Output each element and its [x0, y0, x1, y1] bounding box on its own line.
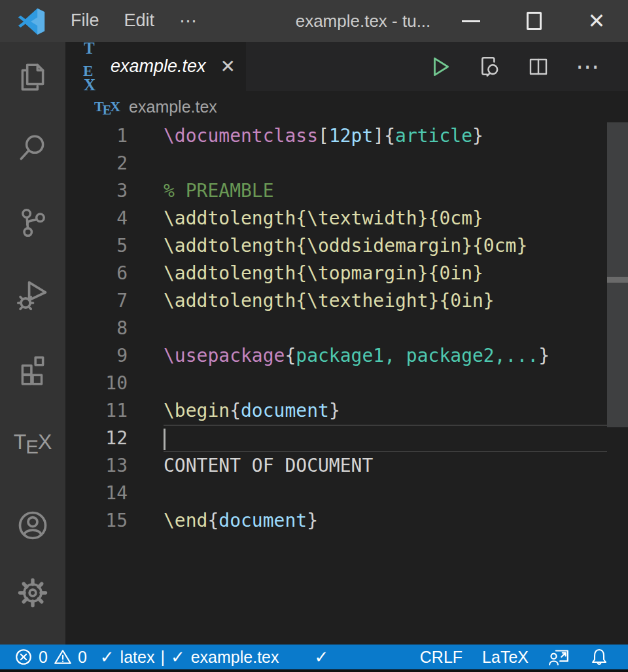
activitybar-run-debug[interactable] [0, 268, 65, 321]
code-lines: 1\documentclass[12pt]{article}23% PREAMB… [65, 122, 628, 535]
code-line[interactable]: 5\addtolength{\oddsidemargin}{0cm} [65, 232, 628, 260]
activitybar-extensions[interactable] [0, 344, 65, 397]
code-line[interactable]: 13CONTENT OF DOCUMENT [65, 452, 628, 480]
eol-indicator[interactable]: CRLF [420, 648, 462, 667]
code-token: \end [164, 510, 207, 531]
problems-indicator[interactable]: 0 0 [14, 648, 87, 667]
text-cursor [164, 429, 166, 450]
code-line[interactable]: 8 [65, 315, 628, 342]
activitybar-settings[interactable] [0, 567, 65, 619]
menu-more[interactable]: ⋯ [179, 10, 197, 31]
error-icon [14, 648, 33, 666]
code-line[interactable]: 9\usepackage{package1, package2,...} [65, 342, 628, 370]
code-token: [ [318, 125, 329, 147]
more-actions-button[interactable]: ⋯ [576, 55, 601, 79]
code-editor[interactable]: 1\documentclass[12pt]{article}23% PREAMB… [65, 122, 628, 645]
vscode-logo-icon [17, 7, 46, 35]
code-token: { [285, 345, 296, 366]
code-line[interactable]: 6\addtolength{\topmargin}{0in} [65, 260, 628, 287]
line-number: 10 [65, 370, 128, 397]
view-pdf-button[interactable] [478, 55, 501, 79]
tex-file-icon: TEX [94, 98, 120, 115]
warning-icon [54, 648, 72, 666]
build-latex-button[interactable] [429, 55, 451, 79]
status-bar: 0 0 ✓ latex | ✓ example.tex ✓ CRLF LaTeX [0, 645, 628, 669]
code-line-content: \addtolength{\topmargin}{0in} [164, 260, 628, 287]
menu-file[interactable]: File [71, 10, 99, 31]
code-line[interactable]: 7\addtolength{\textheight}{0in} [65, 287, 628, 315]
code-line-content [164, 370, 628, 397]
close-button[interactable]: ✕ [565, 0, 628, 42]
check-icon: ✓ [315, 647, 329, 667]
code-line-content [164, 150, 628, 177]
code-line-content: CONTENT OF DOCUMENT [164, 452, 628, 480]
code-line-content: \addtolength{\textheight}{0in} [164, 287, 628, 315]
maximize-icon [527, 12, 542, 30]
tab-close-icon[interactable]: ✕ [220, 56, 236, 77]
code-token: 12pt [329, 125, 373, 147]
activitybar-latex-workshop[interactable]: TEX [0, 416, 65, 468]
tab-bar: TEX example.tex ✕ ⋯ [65, 42, 628, 91]
breadcrumb[interactable]: TEX example.tex [65, 91, 628, 122]
line-number: 11 [65, 397, 128, 425]
minimize-icon [462, 20, 480, 22]
line-number: 3 [65, 177, 128, 205]
line-number: 5 [65, 232, 128, 260]
tex-icon: TEX [14, 430, 52, 454]
line-number: 12 [65, 425, 128, 452]
code-line[interactable]: 15\end{document} [65, 507, 628, 535]
bell-icon [590, 647, 608, 667]
maximize-button[interactable] [502, 0, 565, 42]
split-editor-icon [527, 56, 550, 78]
code-token: \usepackage [164, 345, 285, 366]
code-line-content [164, 425, 607, 452]
linter-name: latex [120, 648, 155, 667]
code-token: document [218, 510, 307, 531]
live-share-button[interactable] [548, 647, 570, 667]
activitybar-source-control[interactable] [0, 196, 65, 249]
source-control-icon [16, 206, 49, 239]
line-number: 14 [65, 480, 128, 507]
code-token: package1, package2,... [296, 345, 538, 366]
activitybar-accounts[interactable] [0, 499, 65, 552]
line-number: 13 [65, 452, 128, 480]
activitybar-search[interactable] [0, 121, 65, 173]
code-line-content: \usepackage{package1, package2,...} [164, 342, 628, 370]
title-bar: File Edit ⋯ example.tex - tu... ✕ [0, 0, 628, 42]
code-line[interactable]: 3% PREAMBLE [65, 177, 628, 205]
code-line[interactable]: 1\documentclass[12pt]{article} [65, 122, 628, 150]
code-line[interactable]: 10 [65, 370, 628, 397]
code-line[interactable]: 2 [65, 150, 628, 177]
code-line[interactable]: 12 [65, 425, 628, 452]
code-line-content: \addtolength{\textwidth}{0cm} [164, 205, 628, 232]
line-number: 6 [65, 260, 128, 287]
extensions-icon [16, 354, 49, 387]
split-editor-button[interactable] [527, 56, 550, 78]
code-line[interactable]: 11\begin{document} [65, 397, 628, 425]
language-mode[interactable]: LaTeX [482, 648, 529, 667]
code-line-content: \begin{document} [164, 397, 628, 425]
code-token: \addtolength{\topmargin}{0in} [164, 262, 483, 284]
build-status[interactable]: ✓ [315, 647, 329, 667]
scrollbar-slider[interactable] [607, 122, 628, 427]
minimize-button[interactable] [440, 0, 502, 42]
code-line[interactable]: 4\addtolength{\textwidth}{0cm} [65, 205, 628, 232]
code-token: \addtolength{\textwidth}{0cm} [164, 207, 483, 229]
breadcrumb-file[interactable]: example.tex [129, 97, 217, 116]
scrollbar[interactable] [607, 122, 628, 645]
linter-status[interactable]: ✓ latex | ✓ example.tex [100, 647, 279, 667]
editor-actions: ⋯ [429, 42, 628, 91]
tab-example-tex[interactable]: TEX example.tex ✕ [65, 42, 246, 91]
error-count: 0 [39, 648, 48, 667]
code-line-content: \addtolength{\oddsidemargin}{0cm} [164, 232, 628, 260]
notifications-button[interactable] [590, 647, 608, 667]
code-token: article [395, 125, 472, 147]
code-line[interactable]: 14 [65, 480, 628, 507]
search-icon [16, 131, 49, 164]
code-token: \addtolength{\textheight}{0in} [164, 290, 495, 311]
code-line-content: \documentclass[12pt]{article} [164, 122, 628, 150]
menu-edit[interactable]: Edit [124, 10, 155, 31]
code-token: } [307, 510, 318, 531]
activity-bar: TEX [0, 42, 65, 645]
activitybar-explorer[interactable] [0, 51, 65, 103]
